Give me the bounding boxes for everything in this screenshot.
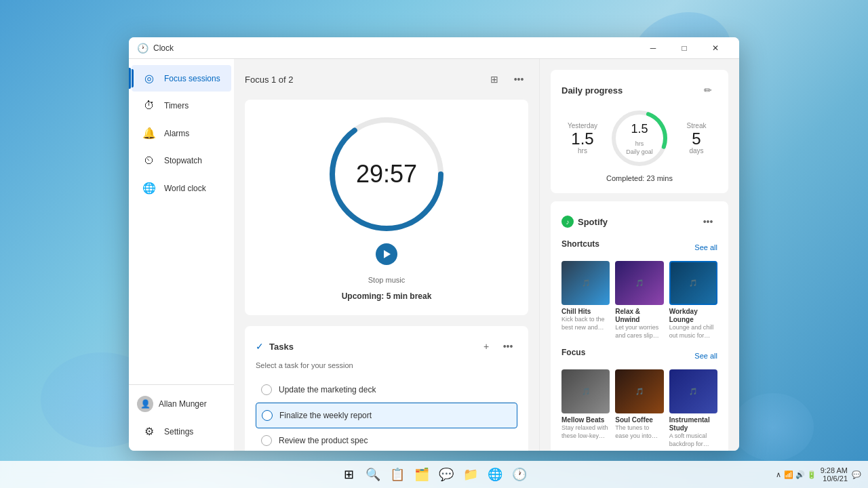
- focus-sessions-icon: ◎: [142, 72, 156, 85]
- minimize-button[interactable]: ─: [637, 37, 669, 59]
- dp-goal-label2: Daily goal: [626, 148, 653, 155]
- sidebar: ◎ Focus sessions ⏱ Timers 🔔 Alarms ⏲ Sto…: [129, 59, 234, 451]
- spotify-title: Spotify: [578, 217, 608, 227]
- tasks-more-button[interactable]: •••: [498, 337, 517, 356]
- timers-icon: ⏱: [142, 100, 156, 112]
- taskbar: ⊞ 🔍 📋 🗂️ 💬 📁 🌐 🕐 ∧ 📶 🔊 🔋 9:28 AM 10/6/21…: [0, 461, 868, 488]
- instrumental-study-thumb: 🎵: [669, 369, 717, 413]
- titlebar: 🕐 Clock ─ □ ✕: [129, 37, 739, 59]
- taskbar-center: ⊞ 🔍 📋 🗂️ 💬 📁 🌐 🕐: [339, 465, 529, 484]
- focus-see-all[interactable]: See all: [694, 352, 717, 360]
- timers-label: Timers: [164, 101, 189, 110]
- taskbar-right: ∧ 📶 🔊 🔋 9:28 AM 10/6/21 💬: [776, 466, 861, 483]
- tasks-actions: + •••: [477, 337, 517, 356]
- start-button[interactable]: ⊞: [339, 465, 358, 484]
- timer-action-icon[interactable]: [376, 243, 397, 268]
- header-actions: ⊞ •••: [485, 70, 528, 89]
- workday-lounge-name: Workday Lounge: [669, 308, 717, 324]
- shortcuts-see-all[interactable]: See all: [694, 243, 717, 251]
- timer-text: 29:57: [356, 162, 417, 186]
- sidebar-item-settings[interactable]: ⚙ Settings: [132, 418, 231, 445]
- task-item-2[interactable]: Finalize the weekly report: [256, 403, 517, 428]
- task-radio-1[interactable]: [261, 384, 272, 395]
- shortcuts-label: Shortcuts: [561, 239, 599, 249]
- music-card-workday-lounge[interactable]: 🎵 Workday Lounge Lounge and chill out mu…: [669, 261, 717, 340]
- settings-icon: ⚙: [142, 425, 156, 438]
- content-area: Focus 1 of 2 ⊞ •••: [234, 59, 739, 451]
- music-card-mellow-beats[interactable]: 🎵 Mellow Beats Stay relaxed with these l…: [561, 369, 610, 448]
- instrumental-study-name: Instrumental Study: [669, 416, 717, 432]
- task-item-1[interactable]: Update the marketing deck: [256, 378, 517, 403]
- sidebar-item-alarms[interactable]: 🔔 Alarms: [132, 120, 231, 146]
- instrumental-study-desc: A soft musical backdrop for your...: [669, 432, 717, 448]
- spotify-title-row: ♪ Spotify: [561, 216, 608, 228]
- upcoming-text: Upcoming: 5 min break: [342, 291, 432, 301]
- task-view-button[interactable]: 📋: [388, 465, 407, 484]
- focus-panel: Focus 1 of 2 ⊞ •••: [234, 59, 539, 451]
- clock-taskbar-button[interactable]: 🕐: [510, 465, 529, 484]
- user-name: Allan Munger: [159, 399, 207, 409]
- explorer-button[interactable]: 📁: [461, 465, 480, 484]
- upcoming-value: 5 min break: [387, 291, 432, 301]
- mellow-beats-desc: Stay relaxed with these low-key beat...: [561, 424, 610, 440]
- app-icon: 🕐: [137, 43, 148, 54]
- focus-section-header: Focus See all: [561, 348, 717, 364]
- user-avatar: 👤: [137, 396, 153, 412]
- add-task-button[interactable]: +: [477, 337, 496, 356]
- music-card-relax-unwind[interactable]: 🎵 Relax & Unwind Let your worries and ca…: [615, 261, 663, 340]
- fullscreen-button[interactable]: ⊞: [485, 70, 504, 89]
- streak-label: Streak: [675, 122, 717, 129]
- spotify-more-button[interactable]: •••: [698, 212, 717, 231]
- more-options-button[interactable]: •••: [509, 70, 528, 89]
- chill-hits-name: Chill Hits: [561, 308, 610, 316]
- timer-card: 29:57 Stop music Upcoming:: [245, 100, 528, 315]
- sidebar-item-stopwatch[interactable]: ⏲ Stopwatch: [132, 148, 231, 174]
- tasks-subtitle: Select a task for your session: [256, 361, 517, 369]
- mellow-beats-name: Mellow Beats: [561, 416, 610, 424]
- alarms-label: Alarms: [164, 129, 189, 138]
- maximize-button[interactable]: □: [669, 37, 700, 59]
- workday-lounge-desc: Lounge and chill out music for your wor.…: [669, 324, 717, 340]
- tasks-check-icon: ✓: [256, 341, 264, 352]
- yesterday-unit: hrs: [561, 147, 604, 155]
- dp-edit-button[interactable]: ✏: [698, 81, 717, 100]
- timer-value: 29:57: [356, 162, 417, 186]
- dp-content: Yesterday 1.5 hrs: [561, 108, 717, 169]
- taskbar-system-icons: ∧ 📶 🔊 🔋: [776, 470, 816, 479]
- task-item-3[interactable]: Review the product spec: [256, 428, 517, 451]
- tasks-card: ✓ Tasks + ••• Select a task for your ses…: [245, 326, 528, 451]
- sidebar-item-world-clock[interactable]: 🌐 World clock: [132, 175, 231, 201]
- tasks-title: Tasks: [269, 342, 294, 352]
- task-label-1: Update the marketing deck: [279, 385, 376, 394]
- widgets-button[interactable]: 🗂️: [412, 465, 431, 484]
- taskbar-time[interactable]: 9:28 AM 10/6/21: [821, 466, 848, 483]
- teams-button[interactable]: 💬: [437, 465, 456, 484]
- music-card-instrumental-study[interactable]: 🎵 Instrumental Study A soft musical back…: [669, 369, 717, 448]
- dp-title: Daily progress: [561, 85, 623, 96]
- music-card-soul-coffee[interactable]: 🎵 Soul Coffee The tunes to ease you into…: [615, 369, 663, 448]
- tasks-title-row: ✓ Tasks: [256, 341, 294, 352]
- music-card-chill-hits[interactable]: 🎵 Chill Hits Kick back to the best new a…: [561, 261, 610, 340]
- close-button[interactable]: ✕: [700, 37, 731, 59]
- sidebar-item-focus-sessions[interactable]: ◎ Focus sessions: [132, 65, 231, 92]
- active-indicator: [132, 69, 134, 87]
- upcoming-section: Upcoming: 5 min break: [342, 289, 432, 302]
- sidebar-item-timers[interactable]: ⏱ Timers: [132, 93, 231, 119]
- task-radio-3[interactable]: [261, 435, 272, 446]
- panel-header: Focus 1 of 2 ⊞ •••: [245, 70, 528, 89]
- stopwatch-label: Stopwatch: [164, 156, 202, 165]
- sidebar-bottom: 👤 Allan Munger ⚙ Settings: [129, 384, 234, 445]
- stop-music-label: Stop music: [368, 276, 405, 284]
- edge-button[interactable]: 🌐: [486, 465, 505, 484]
- yesterday-label: Yesterday: [561, 122, 604, 129]
- task-radio-2[interactable]: [262, 410, 273, 421]
- stopwatch-icon: ⏲: [142, 155, 156, 167]
- search-taskbar-button[interactable]: 🔍: [363, 465, 382, 484]
- notification-button[interactable]: 💬: [852, 470, 861, 479]
- relax-unwind-desc: Let your worries and cares slip away...: [615, 324, 663, 340]
- user-item[interactable]: 👤 Allan Munger: [129, 390, 234, 418]
- relax-unwind-name: Relax & Unwind: [615, 308, 663, 324]
- main-window: 🕐 Clock ─ □ ✕ ◎ Focus sessions ⏱ Timers …: [129, 37, 739, 451]
- world-clock-label: World clock: [164, 184, 206, 193]
- main-layout: ◎ Focus sessions ⏱ Timers 🔔 Alarms ⏲ Sto…: [129, 59, 739, 451]
